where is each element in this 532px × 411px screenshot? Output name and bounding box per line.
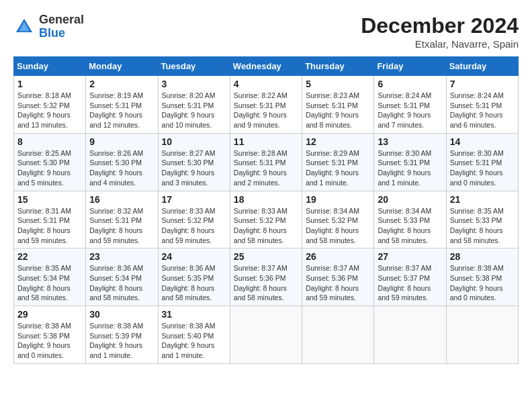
calendar-cell [446, 306, 518, 364]
weekday-header: Wednesday [230, 57, 302, 76]
logo-text: General Blue [39, 13, 84, 40]
day-info: Sunrise: 8:28 AMSunset: 5:31 PMDaylight:… [234, 148, 298, 188]
title-block: December 2024 Etxalar, Navarre, Spain [361, 13, 519, 50]
calendar-cell: 19Sunrise: 8:34 AMSunset: 5:32 PMDayligh… [302, 191, 374, 248]
calendar-cell: 30Sunrise: 8:38 AMSunset: 5:39 PMDayligh… [86, 306, 158, 364]
calendar-cell: 5Sunrise: 8:23 AMSunset: 5:31 PMDaylight… [302, 76, 374, 134]
weekday-header: Friday [374, 57, 446, 76]
calendar-week: 1Sunrise: 8:18 AMSunset: 5:32 PMDaylight… [14, 76, 519, 134]
day-info: Sunrise: 8:19 AMSunset: 5:31 PMDaylight:… [89, 91, 154, 130]
weekday-header: Tuesday [158, 57, 230, 76]
day-number: 4 [234, 79, 298, 89]
calendar-cell: 7Sunrise: 8:24 AMSunset: 5:31 PMDaylight… [446, 76, 518, 134]
weekday-header: Monday [86, 57, 158, 76]
weekday-header: Thursday [302, 57, 374, 76]
day-number: 6 [378, 79, 442, 89]
day-info: Sunrise: 8:22 AMSunset: 5:31 PMDaylight:… [234, 91, 298, 130]
calendar-cell: 9Sunrise: 8:26 AMSunset: 5:30 PMDaylight… [86, 133, 158, 191]
calendar-week: 29Sunrise: 8:38 AMSunset: 5:38 PMDayligh… [14, 306, 519, 364]
day-number: 24 [162, 251, 226, 262]
day-info: Sunrise: 8:25 AMSunset: 5:30 PMDaylight:… [17, 148, 82, 188]
day-number: 8 [17, 136, 82, 147]
day-info: Sunrise: 8:35 AMSunset: 5:34 PMDaylight:… [17, 263, 82, 303]
day-number: 14 [450, 136, 515, 147]
day-info: Sunrise: 8:38 AMSunset: 5:39 PMDaylight:… [89, 321, 154, 361]
day-number: 1 [17, 79, 82, 89]
calendar-cell: 28Sunrise: 8:38 AMSunset: 5:38 PMDayligh… [446, 248, 518, 306]
page-header: General Blue December 2024 Etxalar, Nava… [13, 13, 519, 50]
calendar-cell: 11Sunrise: 8:28 AMSunset: 5:31 PMDayligh… [230, 133, 302, 191]
day-info: Sunrise: 8:36 AMSunset: 5:35 PMDaylight:… [162, 263, 226, 303]
day-number: 10 [162, 136, 226, 147]
day-info: Sunrise: 8:26 AMSunset: 5:30 PMDaylight:… [89, 148, 154, 188]
day-info: Sunrise: 8:29 AMSunset: 5:31 PMDaylight:… [306, 148, 370, 188]
calendar-cell: 6Sunrise: 8:24 AMSunset: 5:31 PMDaylight… [374, 76, 446, 134]
calendar-cell: 22Sunrise: 8:35 AMSunset: 5:34 PMDayligh… [14, 248, 86, 306]
day-number: 9 [89, 136, 154, 147]
weekday-header: Saturday [446, 57, 518, 76]
day-info: Sunrise: 8:38 AMSunset: 5:40 PMDaylight:… [162, 321, 226, 361]
logo-icon [13, 16, 35, 38]
calendar-cell: 24Sunrise: 8:36 AMSunset: 5:35 PMDayligh… [158, 248, 230, 306]
calendar-week: 8Sunrise: 8:25 AMSunset: 5:30 PMDaylight… [14, 133, 519, 191]
day-info: Sunrise: 8:27 AMSunset: 5:30 PMDaylight:… [162, 148, 226, 188]
day-info: Sunrise: 8:33 AMSunset: 5:32 PMDaylight:… [234, 206, 298, 246]
header-row: SundayMondayTuesdayWednesdayThursdayFrid… [14, 57, 519, 76]
day-info: Sunrise: 8:34 AMSunset: 5:32 PMDaylight:… [306, 206, 370, 246]
calendar-cell: 13Sunrise: 8:30 AMSunset: 5:31 PMDayligh… [374, 133, 446, 191]
calendar-cell [302, 306, 374, 364]
weekday-header: Sunday [14, 57, 86, 76]
day-number: 30 [89, 309, 154, 320]
day-number: 5 [306, 79, 370, 89]
day-number: 12 [306, 136, 370, 147]
calendar-cell: 27Sunrise: 8:37 AMSunset: 5:37 PMDayligh… [374, 248, 446, 306]
day-info: Sunrise: 8:35 AMSunset: 5:33 PMDaylight:… [450, 206, 515, 246]
calendar-cell: 21Sunrise: 8:35 AMSunset: 5:33 PMDayligh… [446, 191, 518, 248]
calendar-cell: 14Sunrise: 8:30 AMSunset: 5:31 PMDayligh… [446, 133, 518, 191]
calendar-cell: 16Sunrise: 8:32 AMSunset: 5:31 PMDayligh… [86, 191, 158, 248]
day-number: 3 [162, 79, 226, 89]
day-info: Sunrise: 8:38 AMSunset: 5:38 PMDaylight:… [17, 321, 82, 361]
calendar-cell: 12Sunrise: 8:29 AMSunset: 5:31 PMDayligh… [302, 133, 374, 191]
day-info: Sunrise: 8:30 AMSunset: 5:31 PMDaylight:… [378, 148, 442, 188]
day-number: 26 [306, 251, 370, 262]
calendar-cell: 26Sunrise: 8:37 AMSunset: 5:36 PMDayligh… [302, 248, 374, 306]
day-info: Sunrise: 8:33 AMSunset: 5:32 PMDaylight:… [162, 206, 226, 246]
day-info: Sunrise: 8:37 AMSunset: 5:36 PMDaylight:… [234, 263, 298, 303]
day-number: 22 [17, 251, 82, 262]
calendar-cell: 1Sunrise: 8:18 AMSunset: 5:32 PMDaylight… [14, 76, 86, 134]
day-info: Sunrise: 8:23 AMSunset: 5:31 PMDaylight:… [306, 91, 370, 130]
calendar-cell: 3Sunrise: 8:20 AMSunset: 5:31 PMDaylight… [158, 76, 230, 134]
calendar-cell: 31Sunrise: 8:38 AMSunset: 5:40 PMDayligh… [158, 306, 230, 364]
day-number: 18 [234, 194, 298, 205]
calendar-cell: 29Sunrise: 8:38 AMSunset: 5:38 PMDayligh… [14, 306, 86, 364]
calendar-header: SundayMondayTuesdayWednesdayThursdayFrid… [14, 57, 519, 76]
day-number: 28 [450, 251, 515, 262]
logo-general: General [39, 13, 84, 27]
day-info: Sunrise: 8:24 AMSunset: 5:31 PMDaylight:… [378, 91, 442, 130]
day-number: 21 [450, 194, 515, 205]
calendar-table: SundayMondayTuesdayWednesdayThursdayFrid… [13, 56, 519, 364]
calendar-cell: 10Sunrise: 8:27 AMSunset: 5:30 PMDayligh… [158, 133, 230, 191]
calendar-cell: 15Sunrise: 8:31 AMSunset: 5:31 PMDayligh… [14, 191, 86, 248]
location: Etxalar, Navarre, Spain [361, 38, 519, 50]
day-number: 17 [162, 194, 226, 205]
calendar-cell [374, 306, 446, 364]
calendar-cell: 25Sunrise: 8:37 AMSunset: 5:36 PMDayligh… [230, 248, 302, 306]
calendar-cell: 18Sunrise: 8:33 AMSunset: 5:32 PMDayligh… [230, 191, 302, 248]
day-number: 20 [378, 194, 442, 205]
calendar-cell: 8Sunrise: 8:25 AMSunset: 5:30 PMDaylight… [14, 133, 86, 191]
calendar-week: 22Sunrise: 8:35 AMSunset: 5:34 PMDayligh… [14, 248, 519, 306]
day-info: Sunrise: 8:37 AMSunset: 5:36 PMDaylight:… [306, 263, 370, 303]
month-title: December 2024 [361, 13, 519, 38]
calendar-cell [230, 306, 302, 364]
day-number: 16 [89, 194, 154, 205]
day-number: 15 [17, 194, 82, 205]
day-number: 27 [378, 251, 442, 262]
day-number: 13 [378, 136, 442, 147]
calendar-cell: 23Sunrise: 8:36 AMSunset: 5:34 PMDayligh… [86, 248, 158, 306]
day-info: Sunrise: 8:37 AMSunset: 5:37 PMDaylight:… [378, 263, 442, 303]
day-info: Sunrise: 8:34 AMSunset: 5:33 PMDaylight:… [378, 206, 442, 246]
day-number: 23 [89, 251, 154, 262]
day-info: Sunrise: 8:32 AMSunset: 5:31 PMDaylight:… [89, 206, 154, 246]
